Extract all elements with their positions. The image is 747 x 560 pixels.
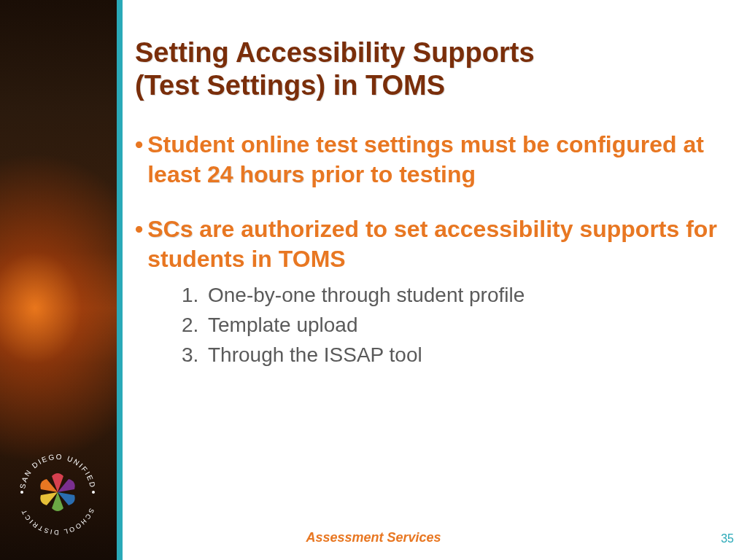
bullet-2-scs: SCs — [147, 216, 193, 242]
bullet-marker: • — [135, 130, 143, 190]
bullet-2-text: SCs are authorized to set accessibility … — [147, 214, 718, 274]
list-number: 1. — [182, 281, 208, 311]
list-number: 2. — [182, 311, 208, 341]
pinwheel-icon — [34, 469, 81, 516]
bullet-1-emphasis: 24 hours — [207, 161, 304, 187]
list-item: 3.Through the ISSAP tool — [182, 341, 718, 370]
list-number: 3. — [182, 341, 208, 370]
district-logo: SAN DIEGO UNIFIED SCHOOL DISTRICT — [15, 449, 101, 535]
svg-point-1 — [92, 491, 95, 494]
bullet-2-rest: are authorized to set accessibility supp… — [147, 216, 717, 272]
page-number: 35 — [721, 532, 734, 545]
svg-point-0 — [20, 491, 23, 494]
vertical-stripe — [117, 0, 123, 560]
list-item: 1.One-by-one through student profile — [182, 281, 718, 311]
list-text: Template upload — [208, 314, 357, 336]
bullet-1-text: Student online test settings must be con… — [147, 130, 718, 190]
content-area: Setting Accessibility Supports (Test Set… — [135, 36, 718, 370]
slide: Setting Accessibility Supports (Test Set… — [0, 0, 747, 560]
list-text: One-by-one through student profile — [208, 284, 525, 306]
bullet-1: • Student online test settings must be c… — [135, 130, 718, 190]
bullet-2: • SCs are authorized to set accessibilit… — [135, 214, 718, 274]
sub-list: 1.One-by-one through student profile 2.T… — [182, 281, 718, 370]
title-line-2: (Test Settings) in TOMS — [135, 70, 445, 101]
footer-label: Assessment Services — [0, 530, 747, 545]
page-title: Setting Accessibility Supports (Test Set… — [135, 36, 718, 102]
bullet-1-post: prior to testing — [304, 161, 476, 187]
title-line-1: Setting Accessibility Supports — [135, 37, 535, 68]
bullet-marker: • — [135, 214, 143, 274]
list-item: 2.Template upload — [182, 311, 718, 341]
list-text: Through the ISSAP tool — [208, 343, 422, 366]
